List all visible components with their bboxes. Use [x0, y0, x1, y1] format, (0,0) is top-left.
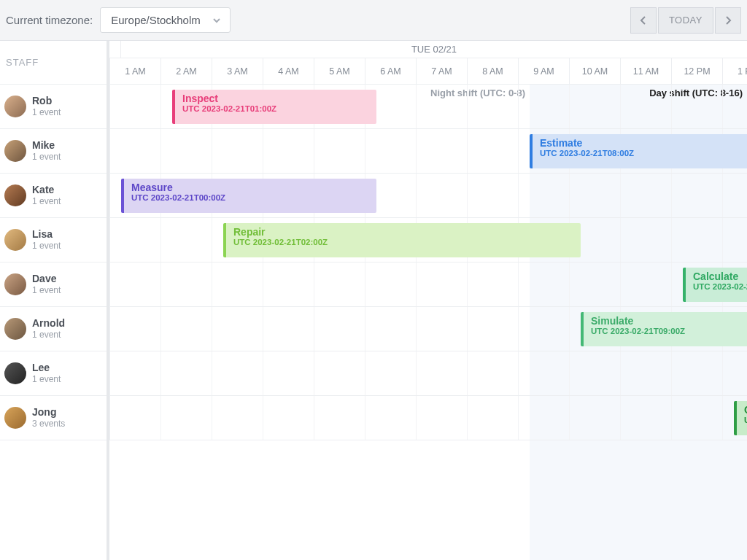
avatar	[4, 96, 26, 117]
timeline-row[interactable]: OrderUTC	[109, 396, 747, 440]
staff-row[interactable]: Arnold1 event	[0, 307, 107, 351]
hour-header: 1 AM2 AM3 AM4 AM5 AM6 AM7 AM8 AM9 AM10 A…	[109, 58, 747, 85]
staff-row[interactable]: Lisa1 event	[0, 218, 107, 262]
staff-event-count: 3 events	[32, 419, 65, 429]
hour-header-cell: 1 PM	[723, 58, 747, 84]
avatar	[4, 407, 26, 429]
today-button[interactable]: TODAY	[658, 7, 713, 34]
hour-header-cell: 5 AM	[314, 58, 365, 84]
staff-column-header: STAFF	[0, 41, 107, 85]
hour-header-cell: 3 AM	[212, 58, 263, 84]
staff-event-count: 1 event	[32, 196, 61, 207]
timeline-row[interactable]: InspectUTC 2023-02-21T01:00Z	[109, 85, 747, 129]
timezone-value: Europe/Stockholm	[111, 14, 201, 26]
avatar	[4, 140, 26, 162]
staff-row[interactable]: Jong3 events	[0, 396, 107, 440]
scheduler: STAFF Rob1 eventMike1 eventKate1 eventLi…	[0, 41, 747, 560]
avatar	[4, 184, 26, 206]
staff-sidebar: STAFF Rob1 eventMike1 eventKate1 eventLi…	[0, 41, 109, 560]
staff-event-count: 1 event	[32, 374, 61, 385]
staff-row[interactable]: Rob1 event	[0, 85, 107, 129]
staff-event-count: 1 event	[32, 241, 61, 252]
topbar: Current timezone: Europe/Stockholm TODAY	[0, 0, 747, 41]
hour-header-cell: 12 PM	[672, 58, 723, 84]
hour-header-cell: 2 AM	[161, 58, 212, 84]
timeline-row[interactable]: CalculateUTC 2023-02-21T11:00Z	[109, 262, 747, 307]
avatar	[4, 362, 26, 384]
staff-name: Lisa	[32, 228, 61, 241]
hour-header-cell: 11 AM	[621, 58, 672, 84]
event-title: Inspect	[182, 93, 369, 104]
chevron-down-icon	[212, 16, 221, 25]
timeline-row[interactable]: EstimateUTC 2023-02-21T08:00Z	[109, 129, 747, 174]
timeline[interactable]: TUE 02/21 1 AM2 AM3 AM4 AM5 AM6 AM7 AM8 …	[109, 41, 747, 560]
event[interactable]: InspectUTC 2023-02-21T01:00Z	[172, 90, 376, 124]
staff-row[interactable]: Lee1 event	[0, 351, 107, 396]
event[interactable]: SimulateUTC 2023-02-21T09:00Z	[581, 312, 747, 346]
event-title: Simulate	[591, 315, 747, 327]
staff-name: Jong	[32, 406, 65, 419]
staff-name: Kate	[32, 184, 61, 197]
event-title: Calculate	[693, 271, 747, 282]
timezone-label: Current timezone:	[6, 14, 93, 26]
staff-event-count: 1 event	[32, 330, 65, 341]
prev-day-button[interactable]	[630, 7, 657, 34]
hour-header-cell: 1 AM	[110, 58, 161, 84]
event-title: Estimate	[540, 137, 747, 149]
hour-header-cell: 7 AM	[417, 58, 468, 84]
staff-row[interactable]: Dave1 event	[0, 262, 107, 307]
staff-event-count: 1 event	[32, 152, 61, 163]
timeline-row[interactable]: RepairUTC 2023-02-21T02:00Z	[109, 218, 747, 262]
event-subtitle: UTC 2023-02-21T08:00Z	[540, 149, 747, 158]
staff-row[interactable]: Mike1 event	[0, 129, 107, 174]
hour-header-cell: 4 AM	[263, 58, 314, 84]
event[interactable]: RepairUTC 2023-02-21T02:00Z	[223, 223, 581, 257]
timezone-select[interactable]: Europe/Stockholm	[100, 7, 231, 33]
staff-name: Dave	[32, 273, 61, 286]
avatar	[4, 229, 26, 251]
event-title: Repair	[233, 226, 573, 238]
hour-header-cell: 10 AM	[570, 58, 621, 84]
event-subtitle: UTC 2023-02-21T09:00Z	[591, 327, 747, 335]
event-subtitle: UTC 2023-02-21T00:00Z	[131, 193, 369, 202]
timeline-row[interactable]	[109, 351, 747, 396]
event-subtitle: UTC 2023-02-21T01:00Z	[182, 104, 369, 113]
event[interactable]: MeasureUTC 2023-02-21T00:00Z	[121, 179, 376, 213]
event[interactable]: OrderUTC	[734, 401, 747, 435]
timeline-grid: InspectUTC 2023-02-21T01:00ZEstimateUTC …	[109, 85, 747, 440]
avatar	[4, 318, 26, 340]
hour-header-cell: 6 AM	[365, 58, 417, 84]
date-nav: TODAY	[630, 7, 741, 34]
staff-name: Rob	[32, 95, 61, 108]
event-title: Measure	[131, 182, 369, 193]
event[interactable]: EstimateUTC 2023-02-21T08:00Z	[530, 134, 747, 168]
staff-event-count: 1 event	[32, 285, 61, 296]
hour-header-cell: 8 AM	[468, 58, 519, 84]
timeline-row[interactable]: MeasureUTC 2023-02-21T00:00Z	[109, 174, 747, 218]
avatar	[4, 273, 26, 295]
next-day-button[interactable]	[715, 7, 741, 34]
timeline-row[interactable]: SimulateUTC 2023-02-21T09:00Z	[109, 307, 747, 351]
date-header: TUE 02/21	[109, 41, 747, 58]
event-subtitle: UTC 2023-02-21T11:00Z	[693, 282, 747, 291]
staff-name: Arnold	[32, 317, 65, 330]
staff-name: Mike	[32, 139, 61, 152]
staff-row[interactable]: Kate1 event	[0, 174, 107, 218]
event-title: Order	[744, 404, 747, 416]
event-subtitle: UTC 2023-02-21T02:00Z	[233, 238, 573, 246]
staff-event-count: 1 event	[32, 107, 61, 118]
event[interactable]: CalculateUTC 2023-02-21T11:00Z	[683, 268, 747, 302]
staff-name: Lee	[32, 362, 61, 375]
date-header-label: TUE 02/21	[121, 41, 747, 58]
event-subtitle: UTC	[744, 416, 747, 424]
hour-header-cell: 9 AM	[519, 58, 570, 84]
